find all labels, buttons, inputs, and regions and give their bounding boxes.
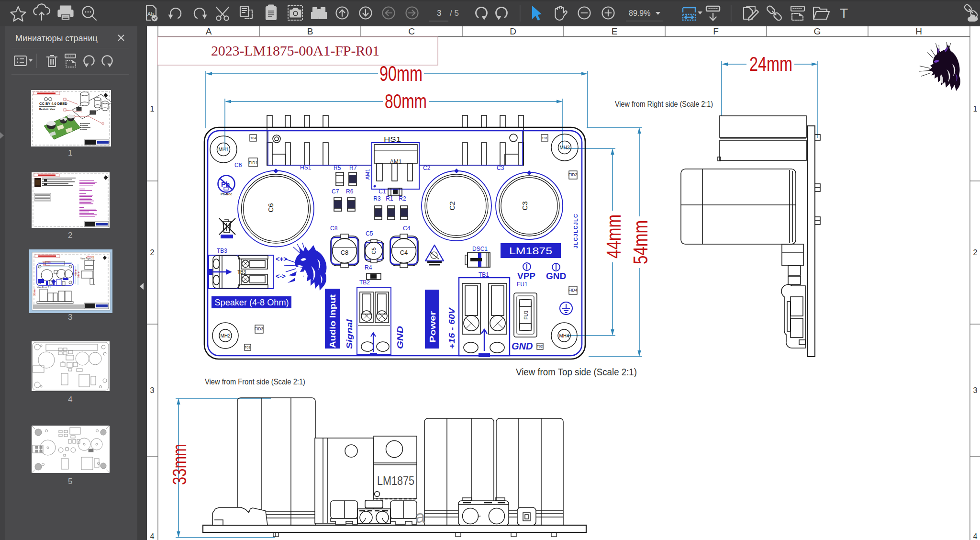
- svg-text:44mm: 44mm: [602, 214, 625, 259]
- svg-text:B: B: [307, 26, 313, 36]
- svg-text:LM1875: LM1875: [509, 245, 552, 256]
- svg-text:Speaker (4-8 Ohm): Speaker (4-8 Ohm): [215, 298, 289, 307]
- svg-text:3: 3: [150, 386, 155, 394]
- svg-text:D: D: [510, 26, 516, 36]
- svg-text:3: 3: [437, 9, 441, 18]
- svg-text:C6: C6: [234, 162, 242, 169]
- svg-text:R2: R2: [399, 195, 406, 202]
- svg-text:Audio Input: Audio Input: [328, 294, 337, 348]
- svg-text:MH2: MH2: [220, 333, 231, 338]
- svg-text:GND: GND: [512, 341, 533, 351]
- svg-text:54mm: 54mm: [77, 271, 80, 278]
- svg-text:View from Top side (Scale 2:1): View from Top side (Scale 2:1): [516, 366, 637, 377]
- svg-text:2023-LM1875-00A1-FP-R01: 2023-LM1875-00A1-FP-R01: [211, 43, 379, 58]
- svg-text:HS1: HS1: [300, 164, 312, 171]
- svg-text:LM1875: LM1875: [377, 473, 414, 488]
- svg-text:4: 4: [68, 395, 72, 404]
- svg-text:TB3: TB3: [217, 248, 227, 254]
- svg-text:C3: C3: [497, 165, 504, 171]
- svg-text:T03: T03: [245, 346, 250, 349]
- svg-text:C: C: [408, 26, 415, 36]
- svg-text:T04: T04: [250, 136, 256, 140]
- svg-text:GND: GND: [546, 271, 566, 281]
- svg-text:3: 3: [973, 386, 978, 394]
- svg-text:+16 - 60V: +16 - 60V: [448, 307, 456, 349]
- svg-text:View from Right side (Scale 2:: View from Right side (Scale 2:1): [615, 100, 713, 109]
- svg-text:C2: C2: [423, 165, 431, 171]
- svg-text:1: 1: [68, 148, 72, 158]
- svg-text:C8: C8: [330, 225, 338, 232]
- svg-text:Pb-free: Pb-free: [221, 192, 232, 196]
- svg-text:CC BY 4.0 DEED: CC BY 4.0 DEED: [39, 101, 67, 106]
- svg-text:FID3: FID3: [255, 326, 264, 331]
- svg-text:JLCJLCJLC: JLCJLCJLC: [573, 214, 579, 248]
- svg-text:C8: C8: [341, 249, 349, 256]
- svg-text:AM1: AM1: [390, 158, 402, 165]
- svg-text:E: E: [612, 26, 618, 36]
- svg-text:MH1: MH1: [218, 147, 229, 152]
- svg-text:24mm: 24mm: [749, 53, 792, 75]
- svg-text:R5: R5: [334, 165, 341, 171]
- svg-text:C5: C5: [371, 248, 377, 254]
- svg-text:Power: Power: [428, 311, 437, 343]
- svg-text:54mm: 54mm: [629, 220, 652, 264]
- svg-text:G: G: [814, 26, 821, 36]
- svg-text:H: H: [915, 26, 922, 36]
- svg-text:T01: T01: [542, 136, 547, 140]
- svg-text:C4: C4: [403, 225, 411, 232]
- svg-text:89.9%: 89.9%: [629, 9, 650, 17]
- svg-text:C6: C6: [267, 203, 275, 212]
- svg-text:80mm: 80mm: [385, 90, 427, 112]
- svg-text:DSC1: DSC1: [472, 246, 488, 252]
- svg-text:View Front 2:1: View Front 2:1: [37, 286, 51, 289]
- svg-text:FID1: FID1: [249, 160, 258, 165]
- svg-text:Realistic View: Realistic View: [39, 108, 55, 111]
- svg-text:33mm: 33mm: [33, 288, 36, 296]
- svg-text:R3: R3: [373, 195, 381, 202]
- svg-text:T02: T02: [537, 345, 543, 348]
- svg-text:VPP: VPP: [517, 271, 535, 281]
- svg-text:Signal: Signal: [345, 318, 354, 349]
- svg-text:<->: <->: [276, 272, 286, 280]
- svg-text:90mm: 90mm: [379, 62, 423, 85]
- svg-text:A: A: [206, 26, 212, 36]
- svg-text:View from Front side (Scale 2:: View from Front side (Scale 2:1): [205, 377, 305, 386]
- svg-text:FU1: FU1: [523, 310, 529, 319]
- svg-text:24mm: 24mm: [86, 255, 94, 258]
- svg-text:2: 2: [150, 248, 155, 257]
- svg-text:/ 5: / 5: [450, 9, 459, 18]
- svg-text:MH4: MH4: [559, 333, 569, 338]
- svg-text:HS1: HS1: [384, 135, 401, 143]
- svg-text:TB2: TB2: [359, 279, 370, 286]
- svg-text:Миниатюры страниц: Миниатюры страниц: [15, 34, 98, 43]
- svg-text:C4: C4: [400, 249, 408, 256]
- svg-text:5: 5: [68, 477, 72, 486]
- svg-text:R6: R6: [346, 188, 354, 195]
- svg-text:R4: R4: [365, 264, 372, 271]
- svg-text:GND: GND: [396, 326, 405, 349]
- svg-text:33mm: 33mm: [169, 444, 190, 485]
- svg-text:C2: C2: [448, 201, 456, 210]
- svg-text:4: 4: [150, 532, 155, 540]
- svg-text:MH3: MH3: [559, 145, 570, 150]
- svg-text:FU1: FU1: [517, 281, 528, 288]
- svg-text:C1: C1: [379, 188, 386, 195]
- svg-text:FID4: FID4: [568, 288, 578, 292]
- svg-text:1: 1: [150, 105, 155, 113]
- svg-text:FID2: FID2: [568, 172, 578, 177]
- svg-text:3: 3: [68, 313, 72, 322]
- svg-text:2: 2: [68, 231, 72, 240]
- svg-text:R7: R7: [349, 165, 357, 171]
- svg-text:T: T: [840, 6, 848, 21]
- svg-text:4: 4: [973, 532, 978, 540]
- svg-text:C3: C3: [521, 201, 529, 210]
- svg-text:2: 2: [973, 248, 978, 257]
- svg-text:C5: C5: [366, 230, 373, 237]
- svg-text:a: a: [415, 507, 425, 527]
- svg-text:F: F: [713, 26, 719, 36]
- svg-text:C7: C7: [332, 188, 339, 195]
- svg-text:AM1: AM1: [365, 169, 370, 180]
- svg-text:1: 1: [973, 105, 978, 113]
- svg-text:TB3: TB3: [237, 270, 246, 275]
- svg-text:R1: R1: [386, 195, 393, 202]
